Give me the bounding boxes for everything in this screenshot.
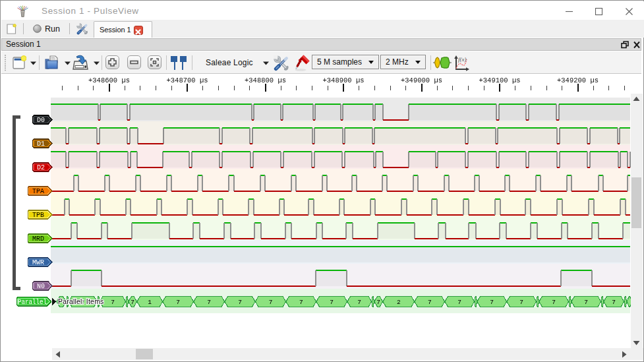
svg-text:7: 7 [376,299,380,306]
svg-text:7: 7 [357,299,361,306]
svg-text:7: 7 [457,299,461,306]
svg-text:7: 7 [519,299,523,306]
svg-text:f(x): f(x) [458,56,467,63]
svg-text:7: 7 [207,299,211,306]
svg-text:Parallel: Items: Parallel: Items [58,297,104,305]
svg-text:7: 7 [238,299,242,306]
svg-text:2: 2 [397,299,401,306]
svg-text:D1: D1 [37,140,45,148]
svg-text:7: 7 [552,299,556,306]
svg-text:TPA: TPA [32,188,44,195]
svg-text:7: 7 [612,299,616,306]
svg-text:7: 7 [584,299,588,306]
svg-text:7: 7 [490,299,494,306]
svg-text:MWR: MWR [32,259,44,266]
svg-text:N0: N0 [37,283,45,290]
svg-text:7: 7 [111,299,115,306]
svg-text:MRD: MRD [32,235,44,243]
svg-text:+348600 µs: +348600 µs [88,76,130,84]
svg-text:7: 7 [176,299,180,306]
svg-text:1: 1 [148,299,152,306]
svg-text:D0: D0 [37,117,45,124]
svg-text:TPB: TPB [32,212,44,219]
svg-text:7: 7 [131,299,134,306]
svg-text:+348800 µs: +348800 µs [245,76,286,84]
svg-text:+348700 µs: +348700 µs [166,76,208,84]
svg-text:7: 7 [299,299,303,306]
svg-text:+349200 µs: +349200 µs [557,76,599,84]
svg-text:7: 7 [330,299,334,306]
svg-text:7: 7 [269,299,273,306]
svg-text:+348900 µs: +348900 µs [322,76,364,84]
svg-text:+349100 µs: +349100 µs [479,76,520,84]
svg-text:Parallel: Parallel [18,299,47,306]
svg-text:7: 7 [428,299,432,306]
svg-text:D2: D2 [37,164,45,171]
svg-text:+349000 µs: +349000 µs [401,76,442,84]
